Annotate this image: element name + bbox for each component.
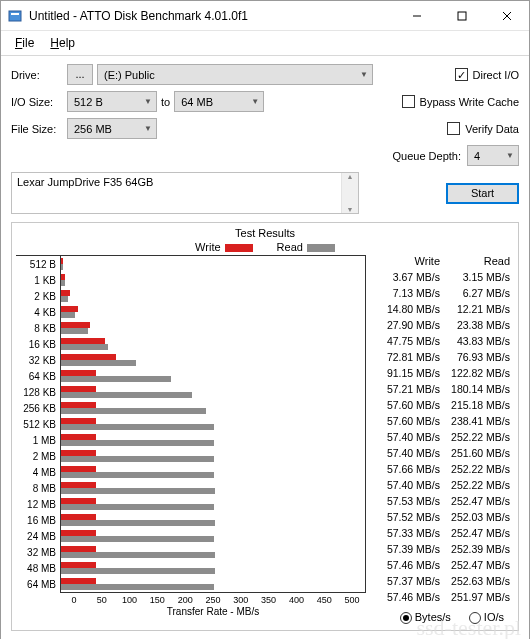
bars xyxy=(60,304,365,320)
radio-ios[interactable]: IO/s xyxy=(469,611,504,624)
chart-row: 1 KB xyxy=(16,272,365,288)
minimize-button[interactable] xyxy=(394,1,439,30)
content-area: Drive: ... (E:) Public ▼ Direct I/O I/O … xyxy=(1,56,529,635)
read-value: 6.27 MB/s xyxy=(440,287,510,299)
read-value: 122.82 MB/s xyxy=(440,367,510,379)
y-label: 4 KB xyxy=(16,307,60,318)
close-button[interactable] xyxy=(484,1,529,30)
bypass-cache-checkbox[interactable] xyxy=(402,95,415,108)
value-row: 57.60 MB/s238.41 MB/s xyxy=(366,413,514,429)
chart-legend: Write Read xyxy=(16,241,514,253)
chart-row: 16 MB xyxy=(16,512,365,528)
maximize-button[interactable] xyxy=(439,1,484,30)
label-io-size: I/O Size: xyxy=(11,96,67,108)
value-row: 57.53 MB/s252.47 MB/s xyxy=(366,493,514,509)
write-value: 57.46 MB/s xyxy=(370,591,440,603)
read-value: 251.97 MB/s xyxy=(440,591,510,603)
write-value: 57.60 MB/s xyxy=(370,415,440,427)
chart-row: 8 MB xyxy=(16,480,365,496)
write-value: 57.46 MB/s xyxy=(370,559,440,571)
read-bar xyxy=(61,488,215,494)
write-value: 27.90 MB/s xyxy=(370,319,440,331)
start-button[interactable]: Start xyxy=(446,183,519,204)
x-tick: 0 xyxy=(60,593,88,605)
chart-row: 12 MB xyxy=(16,496,365,512)
chart-row: 2 KB xyxy=(16,288,365,304)
bars xyxy=(60,496,365,512)
x-tick: 100 xyxy=(116,593,144,605)
x-tick: 450 xyxy=(310,593,338,605)
write-value: 57.33 MB/s xyxy=(370,527,440,539)
read-bar xyxy=(61,504,214,510)
write-value: 57.66 MB/s xyxy=(370,463,440,475)
bars xyxy=(60,432,365,448)
read-bar xyxy=(61,552,215,558)
chevron-down-icon: ▼ xyxy=(251,97,259,106)
value-row: 57.52 MB/s252.03 MB/s xyxy=(366,509,514,525)
io-min-select[interactable]: 512 B ▼ xyxy=(67,91,157,112)
bars xyxy=(60,400,365,416)
value-row: 47.75 MB/s43.83 MB/s xyxy=(366,333,514,349)
write-value: 47.75 MB/s xyxy=(370,335,440,347)
y-label: 32 KB xyxy=(16,355,60,366)
value-row: 57.66 MB/s252.22 MB/s xyxy=(366,461,514,477)
value-row: 57.39 MB/s252.39 MB/s xyxy=(366,541,514,557)
read-value: 251.60 MB/s xyxy=(440,447,510,459)
write-value: 57.60 MB/s xyxy=(370,399,440,411)
value-row: 57.46 MB/s251.97 MB/s xyxy=(366,589,514,605)
io-max-select[interactable]: 64 MB ▼ xyxy=(174,91,264,112)
verify-data-checkbox[interactable] xyxy=(447,122,460,135)
chart-row: 512 KB xyxy=(16,416,365,432)
read-value: 252.63 MB/s xyxy=(440,575,510,587)
chart-row: 4 KB xyxy=(16,304,365,320)
read-bar xyxy=(61,424,214,430)
radio-bytes[interactable]: Bytes/s xyxy=(400,611,451,624)
queue-depth-select[interactable]: 4 ▼ xyxy=(467,145,519,166)
label-file-size: File Size: xyxy=(11,123,67,135)
chevron-down-icon: ▼ xyxy=(144,97,152,106)
write-value: 57.21 MB/s xyxy=(370,383,440,395)
read-bar xyxy=(61,296,68,302)
y-label: 2 MB xyxy=(16,451,60,462)
label-direct-io: Direct I/O xyxy=(473,69,519,81)
header-read: Read xyxy=(440,255,510,267)
file-size-select[interactable]: 256 MB ▼ xyxy=(67,118,157,139)
read-bar xyxy=(61,392,192,398)
write-value: 57.37 MB/s xyxy=(370,575,440,587)
chart-rows: 512 B1 KB2 KB4 KB8 KB16 KB32 KB64 KB128 … xyxy=(16,255,366,592)
y-label: 16 KB xyxy=(16,339,60,350)
chart-row: 48 MB xyxy=(16,560,365,576)
direct-io-checkbox[interactable] xyxy=(455,68,468,81)
read-value: 238.41 MB/s xyxy=(440,415,510,427)
values-rows: 3.67 MB/s3.15 MB/s7.13 MB/s6.27 MB/s14.8… xyxy=(366,269,514,605)
bars xyxy=(60,544,365,560)
write-value: 57.39 MB/s xyxy=(370,543,440,555)
write-value: 57.40 MB/s xyxy=(370,431,440,443)
drive-browse-button[interactable]: ... xyxy=(67,64,93,85)
label-drive: Drive: xyxy=(11,69,67,81)
read-value: 23.38 MB/s xyxy=(440,319,510,331)
read-bar xyxy=(61,568,215,574)
y-label: 16 MB xyxy=(16,515,60,526)
menu-file[interactable]: File xyxy=(7,33,42,53)
menu-help[interactable]: Help xyxy=(42,33,83,53)
drive-select[interactable]: (E:) Public ▼ xyxy=(97,64,373,85)
bars xyxy=(60,480,365,496)
description-scrollbar[interactable]: ▲▼ xyxy=(341,173,358,213)
chart-row: 2 MB xyxy=(16,448,365,464)
values-column: Write Read 3.67 MB/s3.15 MB/s7.13 MB/s6.… xyxy=(366,255,514,624)
chart-area: 512 B1 KB2 KB4 KB8 KB16 KB32 KB64 KB128 … xyxy=(16,255,366,624)
read-bar xyxy=(61,520,215,526)
row-description: Lexar JumpDrive F35 64GB ▲▼ Start xyxy=(11,172,519,214)
value-row: 91.15 MB/s122.82 MB/s xyxy=(366,365,514,381)
write-value: 57.40 MB/s xyxy=(370,447,440,459)
description-box[interactable]: Lexar JumpDrive F35 64GB ▲▼ xyxy=(11,172,359,214)
label-queue-depth: Queue Depth: xyxy=(393,150,462,162)
results-title: Test Results xyxy=(16,227,514,239)
y-label: 8 KB xyxy=(16,323,60,334)
y-label: 128 KB xyxy=(16,387,60,398)
write-value: 7.13 MB/s xyxy=(370,287,440,299)
value-row: 57.33 MB/s252.47 MB/s xyxy=(366,525,514,541)
bars xyxy=(60,416,365,432)
legend-write: Write xyxy=(195,241,252,253)
